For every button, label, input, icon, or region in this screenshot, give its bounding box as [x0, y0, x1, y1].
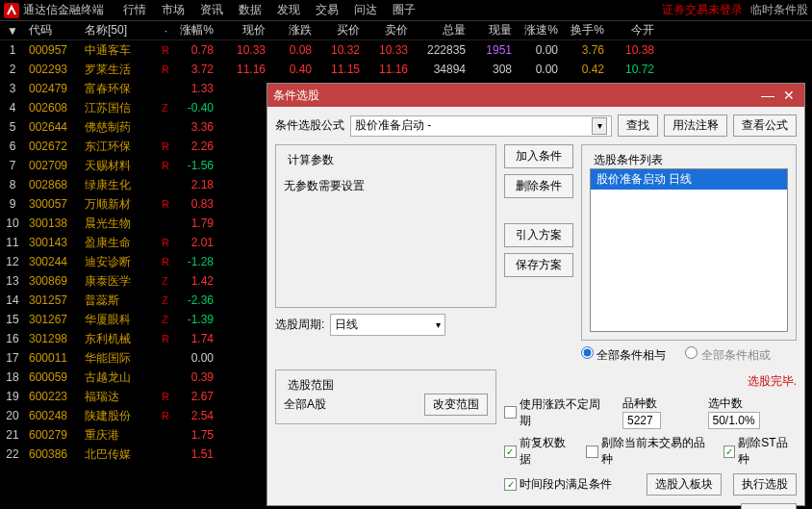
to-block-button[interactable]: 选股入板块: [647, 473, 722, 496]
menu-item[interactable]: 圈子: [393, 2, 416, 18]
th-name[interactable]: 名称[50]: [81, 22, 158, 38]
menu-items: 行情市场资讯数据发现交易问达圈子: [123, 2, 416, 18]
formula-select[interactable]: 股价准备启动 - ▾: [350, 115, 612, 137]
formula-label: 条件选股公式: [275, 117, 344, 134]
minimize-icon[interactable]: —: [758, 87, 777, 104]
exec-button[interactable]: 执行选股: [733, 473, 797, 496]
th-code[interactable]: 代码: [25, 22, 81, 38]
rm-notrading-checkbox[interactable]: 剔除当前未交易的品种: [586, 435, 712, 468]
cond-item[interactable]: 股价准备启动 日线: [591, 169, 787, 190]
app-title: 通达信金融终端: [23, 2, 104, 18]
th-idx: ▼: [0, 24, 25, 38]
add-cond-button[interactable]: 加入条件: [504, 144, 573, 168]
status-text: 选股完毕.: [504, 373, 797, 390]
th-open[interactable]: 今开: [608, 22, 658, 38]
login-status[interactable]: 证券交易未登录: [662, 2, 743, 18]
time-cond-checkbox[interactable]: ✓时间段内满足条件: [504, 476, 612, 493]
menu-item[interactable]: 交易: [316, 2, 339, 18]
dialog-titlebar[interactable]: 条件选股 — ✕: [267, 84, 804, 107]
th-chg[interactable]: 涨跌: [269, 22, 316, 38]
count-value: 5227: [622, 412, 661, 429]
menu-item[interactable]: 问达: [354, 2, 377, 18]
sel-value: 50/1.0%: [708, 412, 760, 429]
uncertain-checkbox[interactable]: 使用涨跌不定周期: [504, 396, 611, 429]
rm-st-checkbox[interactable]: ✓剔除ST品种: [723, 435, 797, 468]
table-row[interactable]: 2002293罗莱生活R3.7211.160.4011.1511.1634894…: [0, 60, 812, 79]
menu-item[interactable]: 资讯: [200, 2, 223, 18]
view-formula-button[interactable]: 查看公式: [733, 115, 797, 137]
menu-item[interactable]: 发现: [277, 2, 300, 18]
th-pct[interactable]: 涨幅%: [171, 22, 217, 38]
menubar: 通达信金融终端 行情市场资讯数据发现交易问达圈子 证券交易未登录 临时条件股: [0, 0, 812, 21]
radio-or[interactable]: 全部条件相或: [685, 346, 770, 364]
range-fieldset-label: 选股范围: [284, 377, 338, 394]
range-fieldset: 选股范围 全部A股 改变范围: [275, 369, 496, 424]
th-bid[interactable]: 买价: [316, 22, 364, 38]
condition-dialog: 条件选股 — ✕ 条件选股公式 股价准备启动 - ▾ 查找 用法注释 查看公式 …: [266, 83, 805, 506]
th-flag: ·: [158, 24, 171, 38]
del-cond-button[interactable]: 删除条件: [504, 174, 573, 198]
calc-params-label: 计算参数: [284, 152, 338, 168]
cond-list-fieldset: 选股条件列表 股价准备启动 日线: [581, 144, 797, 341]
menu-item[interactable]: 行情: [123, 2, 146, 18]
change-range-button[interactable]: 改变范围: [424, 394, 488, 416]
th-price[interactable]: 现价: [217, 22, 269, 38]
dialog-body: 条件选股公式 股价准备启动 - ▾ 查找 用法注释 查看公式 计算参数 无参数需…: [267, 107, 804, 509]
range-value: 全部A股: [284, 396, 326, 413]
menu-right: 证券交易未登录 临时条件股: [662, 2, 808, 18]
menu-item[interactable]: 市场: [162, 2, 185, 18]
app-logo: [4, 3, 19, 18]
cond-list-label: 选股条件列表: [590, 152, 667, 168]
save-plan-button[interactable]: 保存方案: [504, 253, 573, 277]
th-turn[interactable]: 换手%: [562, 22, 608, 38]
th-vol[interactable]: 总量: [412, 22, 469, 38]
th-ask[interactable]: 卖价: [364, 22, 412, 38]
no-params-text: 无参数需要设置: [284, 178, 488, 194]
formula-value: 股价准备启动 -: [355, 117, 431, 134]
usage-button[interactable]: 用法注释: [664, 115, 727, 137]
sel-label: 选中数: [708, 396, 743, 410]
import-plan-button[interactable]: 引入方案: [504, 223, 573, 247]
th-cur[interactable]: 现量: [469, 22, 516, 38]
cond-list[interactable]: 股价准备启动 日线: [590, 168, 788, 332]
period-select[interactable]: 日线 ▾: [330, 314, 445, 336]
menu-item[interactable]: 数据: [239, 2, 262, 18]
close-button[interactable]: 关闭: [741, 503, 797, 509]
find-button[interactable]: 查找: [618, 115, 658, 137]
count-label: 品种数: [622, 396, 657, 410]
table-header: ▼ 代码 名称[50] · 涨幅% 现价 涨跌 买价 卖价 总量 现量 涨速% …: [0, 21, 812, 40]
fq-checkbox[interactable]: ✓前复权数据: [504, 435, 574, 468]
th-spd[interactable]: 涨速%: [516, 22, 562, 38]
table-row[interactable]: 1000957中通客车R0.7810.330.0810.3210.3322283…: [0, 40, 812, 60]
dialog-title: 条件选股: [273, 88, 758, 104]
radio-and[interactable]: 全部条件相与: [581, 346, 666, 364]
close-icon[interactable]: ✕: [779, 87, 799, 104]
period-label: 选股周期:: [275, 317, 324, 333]
chevron-down-icon[interactable]: ▾: [436, 319, 441, 330]
mode-status: 临时条件股: [750, 2, 808, 18]
calc-params-fieldset: 计算参数 无参数需要设置: [275, 144, 496, 308]
chevron-down-icon[interactable]: ▾: [592, 117, 607, 135]
